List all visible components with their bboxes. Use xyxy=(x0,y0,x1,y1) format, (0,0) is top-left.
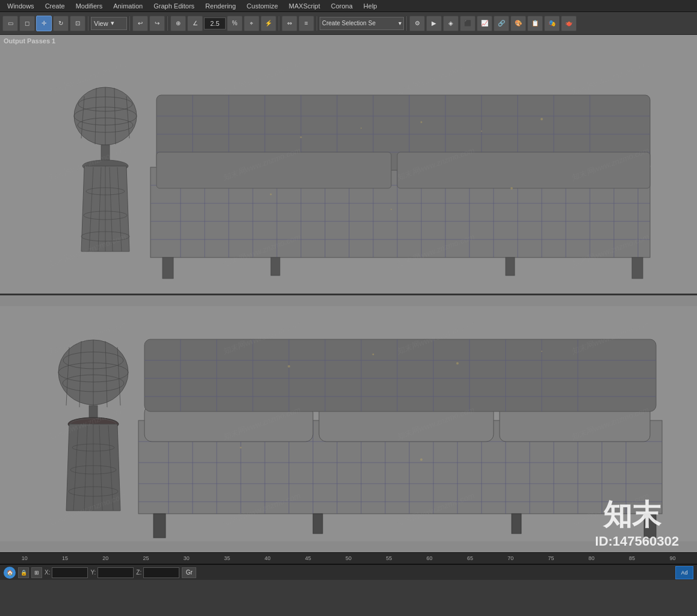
coord-bar: 🏠 🔒 ⊞ X: Y: Z: Gr Ad xyxy=(0,564,697,580)
svg-point-149 xyxy=(541,351,542,352)
svg-point-69 xyxy=(361,128,362,129)
menu-create[interactable]: Create xyxy=(40,1,70,11)
tick-85: 85 xyxy=(612,555,651,561)
sep1 xyxy=(88,16,88,31)
tick-35: 35 xyxy=(207,555,246,561)
x-coord-field: X: xyxy=(45,567,88,578)
viewport-top[interactable]: 知末网www.znzmo.com 知末网www.znzmo.com 知末网www… xyxy=(0,35,697,294)
sep4 xyxy=(279,16,279,31)
svg-point-70 xyxy=(421,122,423,123)
sep3 xyxy=(167,16,168,31)
rotate-btn[interactable]: ↻ xyxy=(53,16,69,31)
z-coord-field: Z: xyxy=(136,567,179,578)
viewport-divider xyxy=(0,294,697,295)
menu-corona[interactable]: Corona xyxy=(326,1,358,11)
svg-point-146 xyxy=(288,365,290,368)
svg-point-68 xyxy=(300,137,302,138)
y-coord-field: Y: xyxy=(90,567,134,578)
tick-15: 15 xyxy=(45,555,84,561)
tick-50: 50 xyxy=(329,555,368,561)
y-input[interactable] xyxy=(98,567,134,578)
color-clip-btn[interactable]: 🎨 xyxy=(510,16,526,31)
render-setup-btn[interactable]: ⚙ xyxy=(409,16,425,31)
viewport-area: 知末网www.znzmo.com 知末网www.znzmo.com 知末网www… xyxy=(0,35,697,552)
percent-input[interactable] xyxy=(204,17,226,29)
menu-maxscript[interactable]: MAXScript xyxy=(284,1,325,11)
schematic-btn[interactable]: 🔗 xyxy=(494,16,509,31)
tick-55: 55 xyxy=(370,555,409,561)
tick-80: 80 xyxy=(572,555,611,561)
svg-point-72 xyxy=(541,118,543,120)
viewport-top-label: Output Passes 1 xyxy=(4,37,55,45)
view-dropdown[interactable]: View ▾ xyxy=(91,17,127,30)
svg-rect-63 xyxy=(397,152,650,188)
tick-45: 45 xyxy=(288,555,327,561)
scene-svg-top xyxy=(0,35,697,294)
menu-customize[interactable]: Customize xyxy=(242,1,283,11)
tick-60: 60 xyxy=(410,555,449,561)
tick-30: 30 xyxy=(167,555,206,561)
snap-toggle-btn[interactable]: ⌖ xyxy=(244,16,259,31)
snap-3d-btn[interactable]: ⊕ xyxy=(170,16,186,31)
menu-animation[interactable]: Animation xyxy=(108,1,147,11)
scale-btn[interactable]: ⊡ xyxy=(70,16,85,31)
svg-rect-62 xyxy=(156,152,391,188)
scene-top: 知末网www.znzmo.com 知末网www.znzmo.com 知末网www… xyxy=(0,35,697,294)
z-input[interactable] xyxy=(143,567,179,578)
gr-btn[interactable]: Gr xyxy=(182,567,196,578)
percent-snap-btn[interactable]: % xyxy=(227,16,243,31)
redo-btn[interactable]: ↪ xyxy=(149,16,165,31)
timeline-bar: 10 15 20 25 30 35 40 45 50 55 60 65 70 7… xyxy=(0,552,697,564)
y-label: Y: xyxy=(90,569,96,576)
grid-icon-btn[interactable]: ⊞ xyxy=(31,567,42,578)
svg-rect-126 xyxy=(144,339,656,411)
material-editor-btn[interactable]: ◈ xyxy=(443,16,459,31)
svg-rect-145 xyxy=(512,514,521,534)
extra-btn1[interactable]: 🎭 xyxy=(544,16,560,31)
menu-modifiers[interactable]: Modifiers xyxy=(71,1,108,11)
id-watermark: ID:147560302 xyxy=(595,534,679,549)
sep5 xyxy=(317,16,317,31)
menu-rendering[interactable]: Rendering xyxy=(200,1,241,11)
tick-10: 10 xyxy=(5,555,44,561)
menu-help[interactable]: Help xyxy=(359,1,382,11)
tick-20: 20 xyxy=(86,555,125,561)
layer-mgr-btn[interactable]: 📋 xyxy=(527,16,543,31)
selection-set-dropdown[interactable]: Create Selection Se ▾ xyxy=(320,17,404,30)
tick-25: 25 xyxy=(126,555,166,561)
svg-point-150 xyxy=(240,447,242,449)
svg-point-71 xyxy=(481,131,482,132)
logo-watermark: 知末 xyxy=(603,496,661,534)
home-icon-btn[interactable]: 🏠 xyxy=(4,567,16,579)
tick-70: 70 xyxy=(491,555,530,561)
render-btn[interactable]: ▶ xyxy=(426,16,442,31)
curve-editor-btn[interactable]: 📈 xyxy=(477,16,492,31)
mirror-btn[interactable]: ⇔ xyxy=(282,16,297,31)
angle-snap-btn[interactable]: ∠ xyxy=(187,16,203,31)
render-frame-btn[interactable]: ⬛ xyxy=(460,16,476,31)
sep6 xyxy=(406,16,407,31)
lock-icon-btn[interactable]: 🔒 xyxy=(18,567,29,578)
svg-point-151 xyxy=(420,458,423,461)
svg-rect-66 xyxy=(271,257,280,276)
svg-point-148 xyxy=(456,362,459,365)
x-label: X: xyxy=(45,569,50,576)
lasso-select-btn[interactable]: ◻ xyxy=(19,16,35,31)
move-btn[interactable]: ✛ xyxy=(36,16,52,31)
viewport-bottom[interactable]: 知末网www.znzmo.com 知末网www.znzmo.com 知末网www… xyxy=(0,295,697,552)
tick-65: 65 xyxy=(450,555,489,561)
menu-windows[interactable]: Windows xyxy=(2,1,39,11)
z-label: Z: xyxy=(136,569,141,576)
align-btn[interactable]: ≡ xyxy=(299,16,314,31)
menu-graph-editors[interactable]: Graph Editors xyxy=(149,1,199,11)
extra-btn2[interactable]: 🫖 xyxy=(561,16,577,31)
rect-select-btn[interactable]: ▭ xyxy=(2,16,18,31)
svg-rect-64 xyxy=(163,257,173,279)
menu-bar: Windows Create Modifiers Animation Graph… xyxy=(0,0,697,12)
undo-btn[interactable]: ↩ xyxy=(132,16,148,31)
magnet-btn[interactable]: ⚡ xyxy=(261,16,276,31)
extra-coord-btn[interactable]: Ad xyxy=(675,566,693,579)
scene-svg-bottom xyxy=(0,295,697,552)
x-input[interactable] xyxy=(52,567,88,578)
svg-point-74 xyxy=(391,209,392,210)
